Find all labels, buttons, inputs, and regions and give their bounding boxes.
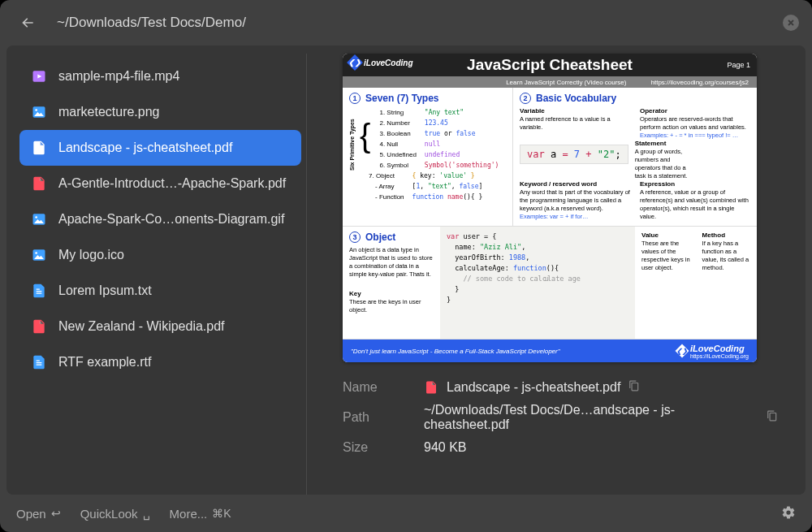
file-item[interactable]: marketecture.png xyxy=(19,94,301,130)
svg-point-6 xyxy=(35,252,37,254)
copy-icon xyxy=(628,380,640,391)
image-icon xyxy=(31,104,47,120)
file-item[interactable]: A-Gentle-Introduct…-Apache-Spark.pdf xyxy=(19,166,301,201)
file-item[interactable]: sample-mp4-file.mp4 xyxy=(19,58,301,94)
type-values: "Any text" 123.45 true or false null und… xyxy=(425,107,499,171)
text-icon xyxy=(31,354,47,370)
meta-size-label: Size xyxy=(343,440,424,455)
file-name: sample-mp4-file.mp4 xyxy=(58,69,179,84)
meta-name-label: Name xyxy=(343,380,424,395)
file-item[interactable]: Apache-Spark-Co…onents-Diagram.gif xyxy=(19,201,301,237)
file-name: marketecture.png xyxy=(58,105,160,119)
meta-size-value: 940 KB xyxy=(424,440,778,455)
file-name: A-Gentle-Introduct…-Apache-Spark.pdf xyxy=(58,176,286,191)
copy-path-button[interactable] xyxy=(767,410,778,425)
pdf-icon xyxy=(424,380,438,395)
text-icon xyxy=(31,283,47,299)
meta-path-label: Path xyxy=(343,410,424,425)
cheatsheet-title: JavaScript Cheatsheet xyxy=(467,56,633,74)
file-name: Apache-Spark-Co…onents-Diagram.gif xyxy=(58,212,284,227)
brand-name: iLoveCoding xyxy=(364,58,413,67)
open-action[interactable]: Open↩ xyxy=(16,507,61,521)
detail-pane: ❮❯ iLoveCoding JavaScript Cheatsheet Pag… xyxy=(307,54,797,495)
footer-tagline: "Don't just learn JavaScript - Become a … xyxy=(351,348,560,355)
close-button[interactable] xyxy=(783,15,799,31)
meta-path-value: ~/Downloads/Test Docs/De…andscape - js-c… xyxy=(424,403,778,432)
section-heading: 1Seven (7) Types xyxy=(349,93,506,104)
breadcrumb-path: ~/Downloads/Test Docs/Demo/ xyxy=(57,15,783,31)
file-item[interactable]: Lorem Ipsum.txt xyxy=(19,273,301,309)
cheatsheet-subbar: Learn JavaScript Correctly (Video course… xyxy=(343,76,757,88)
vertical-label: Six Primitive Types xyxy=(349,107,355,171)
content-body: sample-mp4-file.mp4 marketecture.png Lan… xyxy=(6,45,806,495)
arrow-left-icon xyxy=(19,15,36,31)
file-list-sidebar: sample-mp4-file.mp4 marketecture.png Lan… xyxy=(15,54,307,495)
section-heading: 2Basic Vocabulary xyxy=(520,93,750,104)
types-list: StringNumberBoolean NullUndefinedSymbol xyxy=(375,107,416,171)
settings-button[interactable] xyxy=(781,505,796,522)
meta-name-value: Landscape - js-cheatsheet.pdf xyxy=(424,380,778,395)
quicklook-action[interactable]: QuickLook␣ xyxy=(80,507,150,521)
section-heading: 3Object xyxy=(349,231,434,243)
pdf-icon xyxy=(31,318,47,335)
file-metadata: Name Landscape - js-cheatsheet.pdf Path … xyxy=(343,380,778,455)
file-name: My logo.ico xyxy=(58,248,124,262)
file-item[interactable]: My logo.ico xyxy=(19,237,301,273)
cheatsheet-body: 1Seven (7) Types Six Primitive Types { S… xyxy=(343,88,757,340)
gear-icon xyxy=(781,505,796,520)
object-code: var user = { name: "Aziz Ali", yearOfBir… xyxy=(440,227,635,339)
course-link-text: Learn JavaScript Correctly (Video course… xyxy=(506,79,626,86)
file-name: RTF example.rtf xyxy=(58,355,151,370)
close-icon xyxy=(787,19,795,27)
image-icon xyxy=(31,247,47,263)
action-footer: Open↩ QuickLook␣ More...⌘K xyxy=(0,495,812,532)
cheatsheet-header: ❮❯ iLoveCoding JavaScript Cheatsheet Pag… xyxy=(343,54,757,76)
file-item[interactable]: New Zealand - Wikipedia.pdf xyxy=(19,309,301,344)
file-browser-window: ~/Downloads/Test Docs/Demo/ sample-mp4-f… xyxy=(0,0,812,532)
file-name: Landscape - js-cheatsheet.pdf xyxy=(58,141,232,155)
brand-logo: ❮❯ iLoveCoding xyxy=(349,57,413,68)
titlebar: ~/Downloads/Test Docs/Demo/ xyxy=(0,0,812,45)
svg-point-2 xyxy=(35,109,37,111)
code-example: var a = 7 + "2"; xyxy=(520,145,628,164)
file-name: Lorem Ipsum.txt xyxy=(58,283,152,298)
footer-brand: ❮❯ iLoveCoding https://iLoveCoding.org xyxy=(677,344,749,359)
pdf-icon xyxy=(31,175,47,192)
file-item[interactable]: Landscape - js-cheatsheet.pdf xyxy=(19,130,301,166)
back-button[interactable] xyxy=(16,11,39,34)
cheatsheet-footer: "Don't just learn JavaScript - Become a … xyxy=(343,340,757,362)
file-preview: ❮❯ iLoveCoding JavaScript Cheatsheet Pag… xyxy=(343,54,757,362)
copy-name-button[interactable] xyxy=(628,380,640,395)
copy-icon xyxy=(767,410,778,422)
more-action[interactable]: More...⌘K xyxy=(170,507,231,521)
course-url-text: https://ilovecoding.org/courses/js2 xyxy=(650,79,749,86)
page-number: Page 1 xyxy=(727,61,750,69)
file-name: New Zealand - Wikipedia.pdf xyxy=(58,319,225,334)
image-icon xyxy=(31,211,47,227)
file-item[interactable]: RTF example.rtf xyxy=(19,344,301,380)
video-icon xyxy=(31,68,47,84)
pdf-icon xyxy=(31,140,47,156)
object-description: An object is a data type in JavaScript t… xyxy=(349,246,434,279)
svg-point-4 xyxy=(35,216,37,218)
